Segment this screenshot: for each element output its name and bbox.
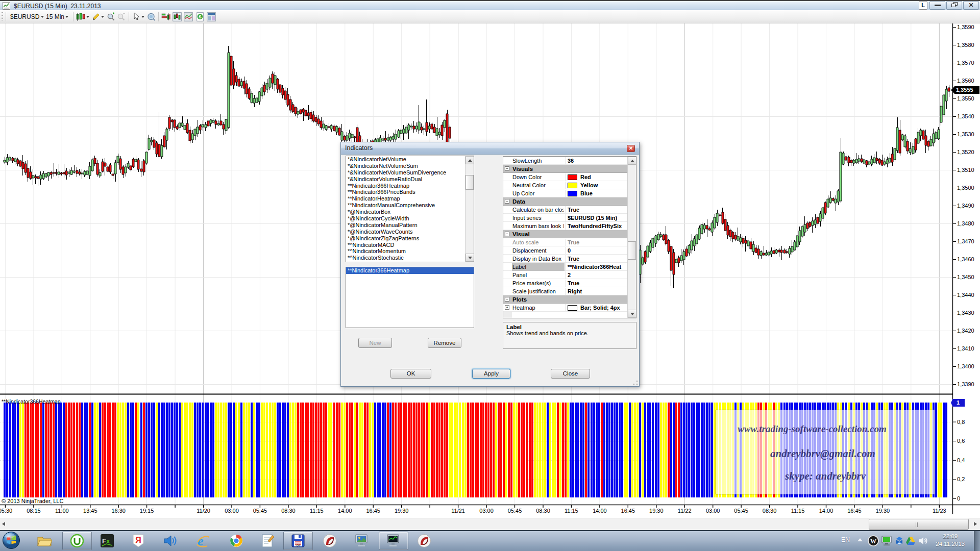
svg-text:W: W [870,538,876,545]
svg-text:-64-: -64- [296,544,301,547]
svg-text:Я: Я [135,536,141,544]
svg-text:F: F [102,537,106,545]
